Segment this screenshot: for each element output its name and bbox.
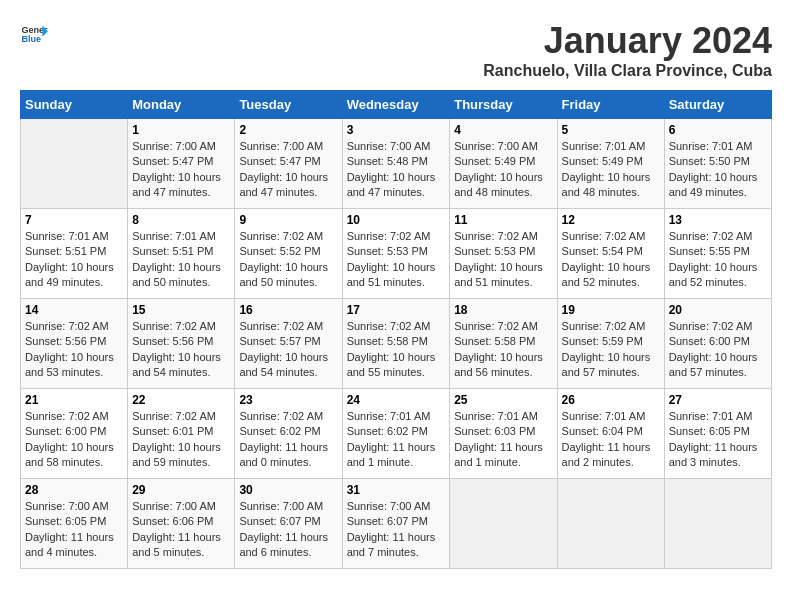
logo-icon: General Blue	[20, 20, 48, 48]
month-title: January 2024	[483, 20, 772, 62]
day-number: 18	[454, 303, 552, 317]
day-info: Sunrise: 7:02 AMSunset: 5:55 PMDaylight:…	[669, 229, 767, 291]
day-info: Sunrise: 7:02 AMSunset: 5:59 PMDaylight:…	[562, 319, 660, 381]
day-info: Sunrise: 7:02 AMSunset: 5:54 PMDaylight:…	[562, 229, 660, 291]
day-number: 5	[562, 123, 660, 137]
day-number: 10	[347, 213, 446, 227]
day-info: Sunrise: 7:00 AMSunset: 5:47 PMDaylight:…	[239, 139, 337, 201]
day-info: Sunrise: 7:02 AMSunset: 5:53 PMDaylight:…	[454, 229, 552, 291]
day-info: Sunrise: 7:01 AMSunset: 5:51 PMDaylight:…	[132, 229, 230, 291]
col-friday: Friday	[557, 91, 664, 119]
calendar-week-3: 14Sunrise: 7:02 AMSunset: 5:56 PMDayligh…	[21, 299, 772, 389]
day-number: 11	[454, 213, 552, 227]
title-area: January 2024 Ranchuelo, Villa Clara Prov…	[483, 20, 772, 80]
col-thursday: Thursday	[450, 91, 557, 119]
day-info: Sunrise: 7:02 AMSunset: 5:58 PMDaylight:…	[454, 319, 552, 381]
calendar-week-5: 28Sunrise: 7:00 AMSunset: 6:05 PMDayligh…	[21, 479, 772, 569]
day-number: 6	[669, 123, 767, 137]
day-info: Sunrise: 7:02 AMSunset: 6:00 PMDaylight:…	[669, 319, 767, 381]
day-info: Sunrise: 7:02 AMSunset: 5:53 PMDaylight:…	[347, 229, 446, 291]
svg-text:Blue: Blue	[21, 34, 41, 44]
day-info: Sunrise: 7:00 AMSunset: 6:07 PMDaylight:…	[347, 499, 446, 561]
logo: General Blue	[20, 20, 48, 48]
calendar-cell: 29Sunrise: 7:00 AMSunset: 6:06 PMDayligh…	[128, 479, 235, 569]
calendar-cell: 13Sunrise: 7:02 AMSunset: 5:55 PMDayligh…	[664, 209, 771, 299]
day-info: Sunrise: 7:02 AMSunset: 6:02 PMDaylight:…	[239, 409, 337, 471]
calendar-cell: 7Sunrise: 7:01 AMSunset: 5:51 PMDaylight…	[21, 209, 128, 299]
day-number: 24	[347, 393, 446, 407]
calendar-cell: 6Sunrise: 7:01 AMSunset: 5:50 PMDaylight…	[664, 119, 771, 209]
calendar-cell: 23Sunrise: 7:02 AMSunset: 6:02 PMDayligh…	[235, 389, 342, 479]
calendar-cell: 28Sunrise: 7:00 AMSunset: 6:05 PMDayligh…	[21, 479, 128, 569]
calendar-cell	[664, 479, 771, 569]
day-number: 26	[562, 393, 660, 407]
col-saturday: Saturday	[664, 91, 771, 119]
calendar-cell: 15Sunrise: 7:02 AMSunset: 5:56 PMDayligh…	[128, 299, 235, 389]
calendar-cell	[557, 479, 664, 569]
calendar-cell: 26Sunrise: 7:01 AMSunset: 6:04 PMDayligh…	[557, 389, 664, 479]
calendar-cell	[450, 479, 557, 569]
day-number: 3	[347, 123, 446, 137]
day-number: 22	[132, 393, 230, 407]
col-monday: Monday	[128, 91, 235, 119]
day-number: 25	[454, 393, 552, 407]
col-tuesday: Tuesday	[235, 91, 342, 119]
day-number: 29	[132, 483, 230, 497]
day-info: Sunrise: 7:02 AMSunset: 6:00 PMDaylight:…	[25, 409, 123, 471]
day-number: 23	[239, 393, 337, 407]
day-number: 21	[25, 393, 123, 407]
day-number: 28	[25, 483, 123, 497]
day-number: 20	[669, 303, 767, 317]
calendar-cell: 10Sunrise: 7:02 AMSunset: 5:53 PMDayligh…	[342, 209, 450, 299]
day-number: 2	[239, 123, 337, 137]
calendar-table: Sunday Monday Tuesday Wednesday Thursday…	[20, 90, 772, 569]
day-number: 8	[132, 213, 230, 227]
calendar-cell: 16Sunrise: 7:02 AMSunset: 5:57 PMDayligh…	[235, 299, 342, 389]
day-number: 16	[239, 303, 337, 317]
day-info: Sunrise: 7:00 AMSunset: 5:47 PMDaylight:…	[132, 139, 230, 201]
calendar-week-1: 1Sunrise: 7:00 AMSunset: 5:47 PMDaylight…	[21, 119, 772, 209]
day-number: 27	[669, 393, 767, 407]
calendar-cell: 20Sunrise: 7:02 AMSunset: 6:00 PMDayligh…	[664, 299, 771, 389]
day-number: 30	[239, 483, 337, 497]
day-info: Sunrise: 7:02 AMSunset: 5:57 PMDaylight:…	[239, 319, 337, 381]
day-number: 15	[132, 303, 230, 317]
day-number: 1	[132, 123, 230, 137]
day-number: 31	[347, 483, 446, 497]
day-info: Sunrise: 7:01 AMSunset: 5:51 PMDaylight:…	[25, 229, 123, 291]
calendar-week-2: 7Sunrise: 7:01 AMSunset: 5:51 PMDaylight…	[21, 209, 772, 299]
calendar-cell: 22Sunrise: 7:02 AMSunset: 6:01 PMDayligh…	[128, 389, 235, 479]
calendar-week-4: 21Sunrise: 7:02 AMSunset: 6:00 PMDayligh…	[21, 389, 772, 479]
calendar-cell: 17Sunrise: 7:02 AMSunset: 5:58 PMDayligh…	[342, 299, 450, 389]
day-info: Sunrise: 7:01 AMSunset: 6:03 PMDaylight:…	[454, 409, 552, 471]
calendar-cell: 19Sunrise: 7:02 AMSunset: 5:59 PMDayligh…	[557, 299, 664, 389]
day-info: Sunrise: 7:02 AMSunset: 5:56 PMDaylight:…	[25, 319, 123, 381]
day-number: 13	[669, 213, 767, 227]
calendar-cell: 9Sunrise: 7:02 AMSunset: 5:52 PMDaylight…	[235, 209, 342, 299]
day-number: 19	[562, 303, 660, 317]
calendar-cell: 1Sunrise: 7:00 AMSunset: 5:47 PMDaylight…	[128, 119, 235, 209]
calendar-cell: 2Sunrise: 7:00 AMSunset: 5:47 PMDaylight…	[235, 119, 342, 209]
calendar-cell: 12Sunrise: 7:02 AMSunset: 5:54 PMDayligh…	[557, 209, 664, 299]
day-info: Sunrise: 7:00 AMSunset: 6:07 PMDaylight:…	[239, 499, 337, 561]
calendar-cell: 21Sunrise: 7:02 AMSunset: 6:00 PMDayligh…	[21, 389, 128, 479]
day-info: Sunrise: 7:00 AMSunset: 6:05 PMDaylight:…	[25, 499, 123, 561]
day-info: Sunrise: 7:00 AMSunset: 6:06 PMDaylight:…	[132, 499, 230, 561]
calendar-cell: 18Sunrise: 7:02 AMSunset: 5:58 PMDayligh…	[450, 299, 557, 389]
day-number: 14	[25, 303, 123, 317]
day-number: 17	[347, 303, 446, 317]
day-info: Sunrise: 7:01 AMSunset: 5:50 PMDaylight:…	[669, 139, 767, 201]
calendar-cell: 11Sunrise: 7:02 AMSunset: 5:53 PMDayligh…	[450, 209, 557, 299]
day-info: Sunrise: 7:01 AMSunset: 5:49 PMDaylight:…	[562, 139, 660, 201]
header-row: Sunday Monday Tuesday Wednesday Thursday…	[21, 91, 772, 119]
day-number: 12	[562, 213, 660, 227]
calendar-cell: 25Sunrise: 7:01 AMSunset: 6:03 PMDayligh…	[450, 389, 557, 479]
calendar-cell	[21, 119, 128, 209]
day-number: 9	[239, 213, 337, 227]
day-info: Sunrise: 7:02 AMSunset: 5:58 PMDaylight:…	[347, 319, 446, 381]
col-sunday: Sunday	[21, 91, 128, 119]
day-number: 4	[454, 123, 552, 137]
day-number: 7	[25, 213, 123, 227]
day-info: Sunrise: 7:02 AMSunset: 5:52 PMDaylight:…	[239, 229, 337, 291]
calendar-cell: 4Sunrise: 7:00 AMSunset: 5:49 PMDaylight…	[450, 119, 557, 209]
